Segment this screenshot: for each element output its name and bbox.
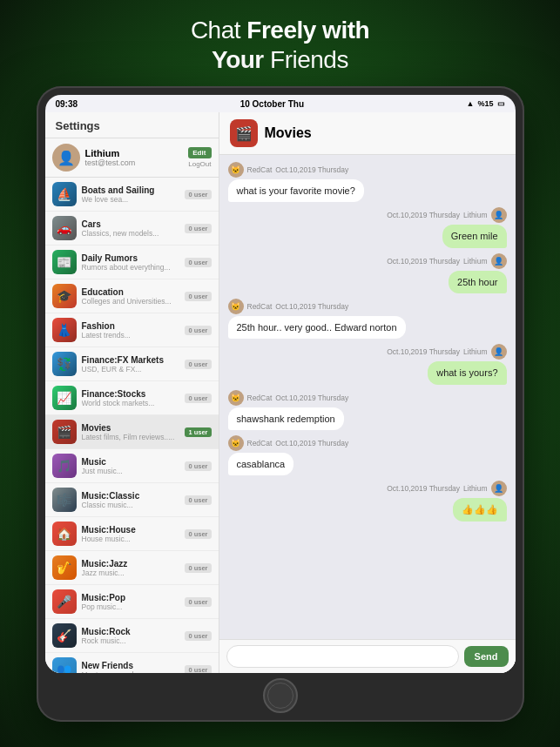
msg-sender: RedCat (247, 439, 273, 448)
channel-text: Daily Rumors Rumors about everything... (82, 253, 180, 272)
sidebar-header: Settings (45, 112, 219, 138)
message-row: 🐱 RedCat Oct.10,2019 Thursday what is yo… (228, 162, 507, 202)
channel-text: Movies Latest films, Film reviews..... (82, 423, 180, 441)
edit-button[interactable]: Edit (188, 147, 211, 158)
channel-name: Music:Classic (82, 491, 180, 501)
profile-row[interactable]: 👤 Lithium test@test.com Edit LogOut (45, 138, 219, 178)
channel-sub: USD, EUR & FX... (82, 365, 180, 374)
status-right: ▲ %15 ▭ (467, 99, 505, 108)
ipad-frame: 09:38 10 October Thu ▲ %15 ▭ Settings 👤 … (37, 86, 524, 722)
channel-icon: 🎬 (52, 420, 77, 444)
channel-text: Fashion Latest trends... (82, 321, 180, 340)
channel-icon: 🏠 (52, 522, 77, 546)
msg-time: Oct.10,2019 Thursday (387, 257, 460, 266)
logout-button[interactable]: LogOut (188, 160, 211, 168)
msg-bubble: 25th hour (449, 271, 506, 293)
msg-sender: Lithium (463, 347, 487, 356)
channel-name: Cars (82, 219, 180, 229)
channel-name: Daily Rumors (82, 253, 180, 263)
user-badge: 0 user (185, 292, 211, 301)
msg-avatar: 🐱 (228, 162, 244, 178)
channel-name: Music:Jazz (82, 559, 180, 569)
channel-text: Music:Jazz Jazz music... (82, 559, 180, 577)
user-badge: 0 user (185, 665, 211, 674)
message-row: Oct.10,2019 Thursday Lithium 👤 👍👍👍 (228, 481, 507, 521)
user-badge: 0 user (185, 258, 211, 267)
msg-time: Oct.10,2019 Thursday (275, 439, 348, 448)
msg-time: Oct.10,2019 Thursday (275, 165, 348, 174)
msg-meta: Oct.10,2019 Thursday Lithium 👤 (387, 253, 506, 269)
battery-icon: ▭ (497, 99, 505, 108)
messages-area: 🐱 RedCat Oct.10,2019 Thursday what is yo… (219, 155, 516, 639)
status-bar: 09:38 10 October Thu ▲ %15 ▭ (45, 95, 516, 112)
msg-bubble: what is your favorite movie? (228, 179, 364, 202)
channel-item[interactable]: 👥 New Friends Meet new people... 0 user (45, 653, 219, 673)
channel-sub: Rock music... (82, 636, 180, 645)
home-button-inner (267, 683, 293, 709)
channel-text: Music:House House music... (82, 525, 180, 543)
channel-sub: Just music... (82, 467, 180, 475)
channel-sub: Jazz music... (82, 569, 180, 577)
channel-item[interactable]: 🏠 Music:House House music... 0 user (45, 517, 219, 551)
channel-item[interactable]: 🎓 Education Colleges and Universities...… (45, 279, 219, 313)
channel-name: Music:House (82, 525, 180, 535)
channel-text: Music:Classic Classic music... (82, 491, 180, 509)
user-badge: 0 user (185, 461, 211, 471)
msg-time: Oct.10,2019 Thursday (275, 394, 348, 402)
channel-item[interactable]: 💱 Finance:FX Markets USD, EUR & FX... 0 … (45, 347, 219, 381)
msg-bubble: shawshank redemption (228, 407, 344, 430)
channel-sub: We love sea... (82, 195, 180, 204)
channel-text: Boats and Sailing We love sea... (82, 185, 180, 204)
channel-icon: 📰 (52, 250, 77, 274)
status-time: 09:38 (56, 99, 78, 109)
msg-bubble: casablanca (228, 453, 294, 475)
channel-list: ⛵ Boats and Sailing We love sea... 0 use… (45, 178, 219, 673)
channel-text: Music Just music... (82, 457, 180, 475)
msg-bubble: 25th hour.. very good.. Edward norton (228, 316, 406, 339)
channel-name: Finance:Stocks (82, 389, 180, 399)
channel-item[interactable]: 🚗 Cars Classics, new models... 0 user (45, 212, 219, 246)
chat-channel-icon: 🎬 (230, 119, 258, 147)
send-button[interactable]: Send (464, 646, 509, 667)
user-badge: 0 user (185, 326, 211, 335)
channel-item[interactable]: 🎬 Movies Latest films, Film reviews.....… (45, 415, 219, 449)
home-button[interactable] (263, 678, 298, 713)
user-badge: 0 user (185, 224, 211, 233)
msg-meta: 🐱 RedCat Oct.10,2019 Thursday (228, 299, 349, 314)
channel-item[interactable]: 🎸 Music:Rock Rock music... 0 user (45, 619, 219, 653)
user-badge: 1 user (185, 427, 211, 437)
channel-item[interactable]: ⛵ Boats and Sailing We love sea... 0 use… (45, 178, 219, 212)
ipad-screen: Settings 👤 Lithium test@test.com Edit Lo… (45, 112, 516, 673)
channel-item[interactable]: 🎵 Music Just music... 0 user (45, 449, 219, 483)
channel-item[interactable]: 🎼 Music:Classic Classic music... 0 user (45, 483, 219, 517)
msg-meta: Oct.10,2019 Thursday Lithium 👤 (387, 481, 506, 496)
hero-line2: Friends (264, 46, 348, 73)
chat-header: 🎬 Movies (219, 112, 516, 155)
user-badge: 0 user (185, 563, 211, 573)
msg-time: Oct.10,2019 Thursday (387, 484, 460, 493)
channel-icon: 🎼 (52, 488, 77, 512)
user-badge: 0 user (185, 529, 211, 539)
chat-channel-title: Movies (265, 125, 312, 141)
channel-text: Finance:FX Markets USD, EUR & FX... (82, 355, 180, 374)
channel-icon: 🎷 (52, 555, 77, 580)
msg-meta: 🐱 RedCat Oct.10,2019 Thursday (228, 162, 349, 178)
msg-meta: 🐱 RedCat Oct.10,2019 Thursday (228, 435, 349, 451)
channel-text: Education Colleges and Universities... (82, 287, 180, 306)
message-input[interactable] (226, 645, 459, 668)
channel-name: New Friends (82, 661, 180, 670)
channel-text: Finance:Stocks World stock markets... (82, 389, 180, 407)
channel-name: Music:Pop (82, 593, 180, 602)
channel-item[interactable]: 📰 Daily Rumors Rumors about everything..… (45, 246, 219, 279)
channel-item[interactable]: 👗 Fashion Latest trends... 0 user (45, 313, 219, 347)
msg-avatar: 👤 (491, 207, 507, 223)
channel-item[interactable]: 📈 Finance:Stocks World stock markets... … (45, 381, 219, 415)
msg-avatar: 🐱 (228, 390, 244, 406)
user-badge: 0 user (185, 495, 211, 505)
msg-sender: RedCat (247, 302, 273, 311)
hero-line2-bold: Your (212, 46, 264, 73)
msg-avatar: 👤 (491, 481, 507, 496)
channel-item[interactable]: 🎷 Music:Jazz Jazz music... 0 user (45, 551, 219, 585)
profile-info: Lithium test@test.com (85, 148, 184, 167)
channel-item[interactable]: 🎤 Music:Pop Pop music... 0 user (45, 585, 219, 619)
